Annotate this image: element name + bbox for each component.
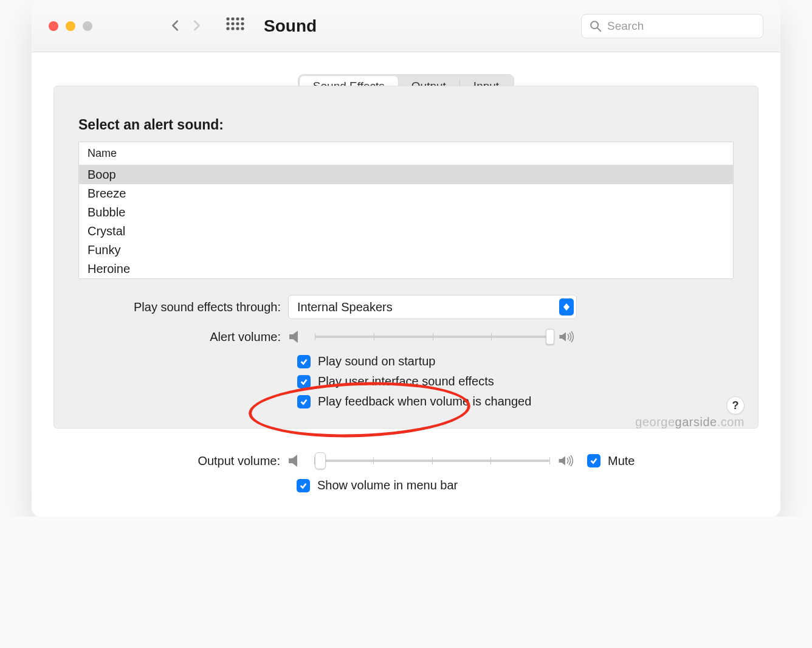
alert-volume-label: Alert volume: (78, 330, 288, 344)
alert-sound-list-body: Boop Breeze Bubble Crystal Funky Heroine (79, 165, 733, 278)
output-volume-label: Output volume: (78, 454, 287, 468)
mute-checkbox[interactable] (587, 454, 600, 467)
alert-sound-row[interactable]: Crystal (79, 222, 733, 241)
play-startup-checkbox[interactable] (297, 355, 311, 368)
speaker-max-icon (559, 329, 577, 345)
play-startup-checkbox-row: Play sound on startup (297, 354, 734, 368)
play-ui-effects-checkbox-row: Play user interface sound effects (297, 374, 734, 388)
window-controls (49, 21, 92, 31)
svg-point-2 (236, 17, 239, 20)
sound-effects-panel: Select an alert sound: Name Boop Breeze … (53, 86, 759, 429)
show-menu-bar-label: Show volume in menu bar (317, 478, 458, 492)
show-menu-bar-checkbox[interactable] (297, 479, 310, 492)
show-all-icon[interactable] (225, 16, 246, 36)
help-button[interactable]: ? (726, 396, 745, 415)
play-through-select[interactable]: Internal Speakers (288, 295, 577, 319)
mute-checkbox-row: Mute (587, 454, 635, 468)
speaker-min-icon (287, 453, 306, 469)
page-title: Sound (264, 16, 317, 36)
alert-sound-row[interactable]: Breeze (79, 184, 733, 203)
play-through-label: Play sound effects through: (78, 300, 288, 314)
alert-sound-row[interactable]: Funky (79, 241, 733, 260)
alert-volume-row: Alert volume: (78, 329, 734, 345)
below-panel: Output volume: (32, 429, 780, 517)
alert-sound-row[interactable]: Bubble (79, 203, 733, 222)
svg-point-9 (231, 27, 234, 30)
show-menu-bar-row: Show volume in menu bar (297, 478, 734, 492)
mute-label: Mute (608, 454, 635, 468)
alert-volume-slider[interactable] (315, 329, 550, 344)
svg-point-11 (241, 27, 244, 30)
output-volume-thumb[interactable] (315, 452, 326, 469)
alert-sound-row[interactable]: Heroine (79, 260, 733, 278)
toolbar: Sound Search (32, 0, 780, 52)
minimize-window-button[interactable] (66, 21, 75, 31)
play-startup-label: Play sound on startup (318, 354, 435, 368)
play-feedback-checkbox-row: Play feedback when volume is changed (297, 395, 734, 408)
play-feedback-checkbox[interactable] (297, 395, 311, 408)
svg-point-10 (236, 27, 239, 30)
back-button[interactable] (165, 15, 186, 37)
svg-line-13 (597, 27, 601, 31)
play-ui-effects-checkbox[interactable] (297, 375, 311, 388)
alert-sound-list: Name Boop Breeze Bubble Crystal Funky He… (78, 142, 734, 279)
svg-point-5 (231, 22, 234, 25)
search-field[interactable]: Search (581, 14, 763, 38)
svg-point-1 (231, 17, 234, 20)
close-window-button[interactable] (49, 21, 58, 31)
play-through-row: Play sound effects through: Internal Spe… (78, 295, 734, 319)
search-icon (589, 19, 602, 33)
alert-sound-heading: Select an alert sound: (78, 117, 734, 133)
alert-sound-row[interactable]: Boop (79, 165, 733, 184)
play-feedback-label: Play feedback when volume is changed (318, 395, 531, 408)
svg-point-8 (226, 27, 229, 30)
output-volume-row: Output volume: (78, 453, 734, 469)
speaker-min-icon (288, 329, 306, 345)
output-volume-slider[interactable] (314, 453, 549, 468)
svg-point-4 (226, 22, 229, 25)
forward-button[interactable] (186, 15, 207, 37)
watermark: georgegarside.com (635, 415, 745, 429)
svg-point-3 (241, 17, 244, 20)
speaker-max-icon (558, 453, 576, 469)
play-ui-effects-label: Play user interface sound effects (318, 374, 494, 388)
svg-point-6 (236, 22, 239, 25)
svg-point-7 (241, 22, 244, 25)
zoom-window-button[interactable] (83, 21, 92, 31)
alert-sound-column-header: Name (79, 142, 733, 165)
alert-volume-thumb[interactable] (546, 329, 554, 345)
svg-point-0 (226, 17, 229, 20)
play-through-value: Internal Speakers (297, 300, 393, 314)
search-placeholder: Search (607, 19, 644, 33)
system-preferences-window: Sound Search Sound Effects Output Input … (32, 0, 780, 517)
select-caret-icon (559, 298, 574, 315)
